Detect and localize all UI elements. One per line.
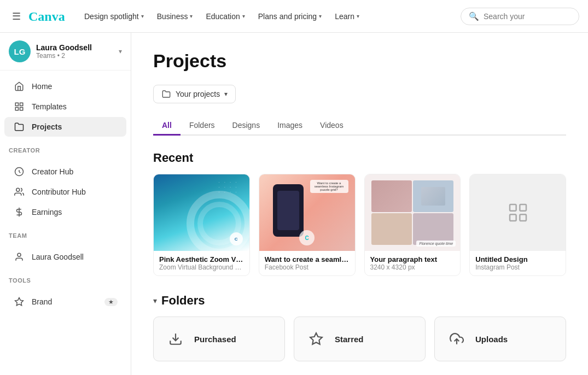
profile-chevron-icon: ▾ xyxy=(119,48,122,55)
content-tabs: All Folders Designs Images Videos xyxy=(153,116,566,136)
card-thumbnail: · · · ·· · · ·· · · · C xyxy=(154,174,249,251)
svg-point-6 xyxy=(16,188,20,191)
crown-badge: ★ xyxy=(104,298,118,306)
search-icon: 🔍 xyxy=(469,11,479,21)
design-card[interactable]: Florence quote time Your paragraph text … xyxy=(364,174,461,276)
search-input[interactable] xyxy=(484,12,571,21)
contributor-hub-icon xyxy=(13,187,25,197)
chevron-down-icon: ▾ xyxy=(357,13,359,19)
recent-section-title: Recent xyxy=(153,151,566,165)
sidebar-item-projects[interactable]: Projects xyxy=(4,117,126,137)
folders-section-title: Folders xyxy=(161,294,205,308)
svg-point-8 xyxy=(18,253,21,256)
folder-starred[interactable]: Starred xyxy=(294,317,426,361)
team-section-label: Team xyxy=(0,228,131,241)
team-nav: Laura Goodsell xyxy=(0,241,131,273)
nav-business[interactable]: Business ▾ xyxy=(152,9,199,24)
sidebar-item-label: Laura Goodsell xyxy=(32,253,118,261)
sidebar-item-contributor-hub[interactable]: Contributor Hub xyxy=(4,182,126,202)
profile-team: Teams • 2 xyxy=(36,52,113,60)
card-thumbnail: Want to create a seamless Instagram puzz… xyxy=(259,174,355,251)
main-content: Projects Your projects ▾ All Folders Des… xyxy=(131,33,588,375)
recent-cards-grid: · · · ·· · · ·· · · · C Pink Aesthetic Z… xyxy=(153,174,566,276)
sidebar: LG Laura Goodsell Teams • 2 ▾ Home xyxy=(0,33,131,375)
avatar: LG xyxy=(9,40,31,62)
projects-icon xyxy=(13,122,25,132)
card-info: Pink Aesthetic Zoom Virt... Zoom Virtual… xyxy=(154,251,249,276)
svg-rect-3 xyxy=(15,108,18,110)
card-title: Your paragraph text xyxy=(370,255,455,263)
card-thumbnail xyxy=(470,174,566,251)
chevron-down-icon: ▾ xyxy=(190,13,193,19)
svg-rect-9 xyxy=(510,204,516,211)
folder-purchased[interactable]: Purchased xyxy=(153,317,285,361)
profile-info: Laura Goodsell Teams • 2 xyxy=(36,43,113,60)
creator-section-label: Creator xyxy=(0,143,131,156)
svg-rect-12 xyxy=(520,214,526,221)
card-subtitle: Zoom Virtual Background N... xyxy=(159,263,244,271)
app-layout: LG Laura Goodsell Teams • 2 ▾ Home xyxy=(0,33,588,375)
nav-education[interactable]: Education ▾ xyxy=(200,9,250,24)
sidebar-item-label: Contributor Hub xyxy=(32,188,118,196)
folder-label: Starred xyxy=(335,335,364,344)
folders-grid: Purchased Starred Uploads xyxy=(153,317,566,361)
design-card[interactable]: Want to create a seamless Instagram puzz… xyxy=(259,174,356,276)
sidebar-item-templates[interactable]: Templates xyxy=(4,97,126,116)
dropdown-chevron-icon: ▾ xyxy=(224,90,228,98)
chevron-down-icon: ▾ xyxy=(319,13,322,19)
sidebar-item-earnings[interactable]: Earnings xyxy=(4,202,126,222)
folders-chevron-icon[interactable]: ▾ xyxy=(153,296,157,305)
creator-nav: Creator Hub Contributor Hub Earnings xyxy=(0,156,131,228)
tab-videos[interactable]: Videos xyxy=(311,116,352,136)
search-bar[interactable]: 🔍 xyxy=(461,8,579,25)
brand-icon xyxy=(13,297,25,307)
tab-images[interactable]: Images xyxy=(269,116,311,136)
design-card[interactable]: · · · ·· · · ·· · · · C Pink Aesthetic Z… xyxy=(153,174,250,276)
card-title: Want to create a seamles... xyxy=(265,255,350,263)
folder-label: Purchased xyxy=(194,335,236,344)
card-thumbnail: Florence quote time xyxy=(365,174,461,251)
tools-nav: Brand ★ xyxy=(0,286,131,318)
nav-plans-pricing[interactable]: Plans and pricing ▾ xyxy=(253,9,327,24)
topnav: ☰ Canva Design spotlight ▾ Business ▾ Ed… xyxy=(0,0,588,33)
chevron-down-icon: ▾ xyxy=(242,13,245,19)
folder-label: Uploads xyxy=(475,335,508,344)
sidebar-item-laura-goodsell[interactable]: Laura Goodsell xyxy=(4,247,126,267)
projects-dropdown[interactable]: Your projects ▾ xyxy=(153,85,236,103)
user-profile[interactable]: LG Laura Goodsell Teams • 2 ▾ xyxy=(0,33,131,71)
templates-icon xyxy=(13,102,25,112)
nav-design-spotlight[interactable]: Design spotlight ▾ xyxy=(79,9,149,24)
cloud-upload-icon xyxy=(446,328,468,350)
card-info: Want to create a seamles... Facebook Pos… xyxy=(259,251,355,276)
sidebar-item-home[interactable]: Home xyxy=(4,77,126,96)
svg-rect-11 xyxy=(510,214,516,221)
svg-rect-1 xyxy=(15,103,18,106)
main-nav: Home Templates Projects xyxy=(0,71,131,143)
svg-rect-4 xyxy=(20,108,23,110)
sidebar-item-label: Creator Hub xyxy=(32,167,118,176)
card-subtitle: Facebook Post xyxy=(265,263,350,271)
decorative-dots: · · · ·· · · ·· · · · xyxy=(218,180,238,195)
card-title: Pink Aesthetic Zoom Virt... xyxy=(159,255,244,263)
card-info: Your paragraph text 3240 x 4320 px xyxy=(365,251,461,276)
sidebar-item-brand[interactable]: Brand ★ xyxy=(4,292,126,312)
person-icon xyxy=(13,252,25,262)
sidebar-item-label: Earnings xyxy=(32,208,118,216)
folder-uploads[interactable]: Uploads xyxy=(434,317,566,361)
nav-links: Design spotlight ▾ Business ▾ Education … xyxy=(79,9,456,24)
sidebar-item-label: Home xyxy=(32,82,118,91)
sidebar-item-label: Brand xyxy=(32,297,98,306)
profile-name: Laura Goodsell xyxy=(36,43,113,52)
svg-text:Canva: Canva xyxy=(28,9,65,24)
tab-all[interactable]: All xyxy=(153,116,181,136)
tab-designs[interactable]: Designs xyxy=(224,116,269,136)
hamburger-icon[interactable]: ☰ xyxy=(9,7,24,26)
earnings-icon xyxy=(13,207,25,217)
nav-learn[interactable]: Learn ▾ xyxy=(329,9,365,24)
canva-logo[interactable]: Canva xyxy=(28,9,68,24)
sidebar-item-creator-hub[interactable]: Creator Hub xyxy=(4,162,126,181)
design-card[interactable]: Untitled Design Instagram Post xyxy=(469,174,566,276)
tab-folders[interactable]: Folders xyxy=(181,116,224,136)
chevron-down-icon: ▾ xyxy=(141,13,144,19)
star-icon xyxy=(305,328,327,350)
